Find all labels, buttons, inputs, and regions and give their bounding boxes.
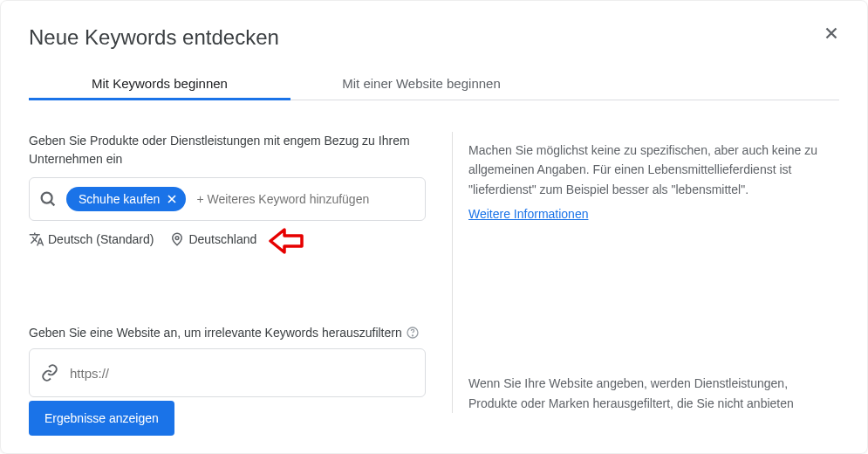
website-filter-label: Geben Sie eine Website an, um irrelevant…: [29, 326, 402, 340]
svg-point-0: [42, 193, 52, 203]
translate-icon: [29, 231, 44, 247]
page-title: Neue Keywords entdecken: [29, 25, 839, 50]
close-icon: [822, 24, 841, 43]
location-value: Deutschland: [188, 232, 256, 246]
close-button[interactable]: [822, 24, 841, 46]
annotation-arrow-icon: [269, 226, 305, 256]
products-label: Geben Sie Produkte oder Dienstleistungen…: [29, 132, 426, 169]
svg-point-3: [412, 335, 413, 336]
show-results-button[interactable]: Ergebnisse anzeigen: [29, 401, 174, 436]
tab-keywords[interactable]: Mit Keywords beginnen: [29, 67, 290, 100]
tab-website[interactable]: Mit einer Website beginnen: [290, 67, 552, 100]
website-url-input[interactable]: [68, 365, 414, 382]
location-icon: [169, 231, 185, 247]
language-selector[interactable]: Deutsch (Standard): [29, 231, 154, 247]
website-input-box[interactable]: [29, 348, 426, 397]
chip-label: Schuhe kaufen: [79, 192, 160, 206]
keyword-input-box[interactable]: Schuhe kaufen: [29, 177, 426, 221]
language-value: Deutsch (Standard): [48, 232, 154, 246]
dialog: Neue Keywords entdecken Mit Keywords beg…: [0, 0, 868, 454]
search-icon: [38, 189, 58, 209]
keyword-chip[interactable]: Schuhe kaufen: [66, 187, 186, 211]
add-keyword-input[interactable]: [195, 191, 416, 207]
location-selector[interactable]: Deutschland: [169, 231, 256, 247]
tabs: Mit Keywords beginnen Mit einer Website …: [29, 67, 839, 100]
website-help-text: Wenn Sie Ihre Website angeben, werden Di…: [468, 374, 839, 413]
more-info-link[interactable]: Weitere Informationen: [468, 207, 588, 221]
keywords-help-text: Machen Sie möglichst keine zu spezifisch…: [468, 141, 839, 199]
svg-point-1: [176, 237, 180, 240]
help-icon[interactable]: [406, 326, 420, 340]
chip-remove-icon[interactable]: [165, 192, 179, 206]
link-icon: [40, 363, 59, 382]
